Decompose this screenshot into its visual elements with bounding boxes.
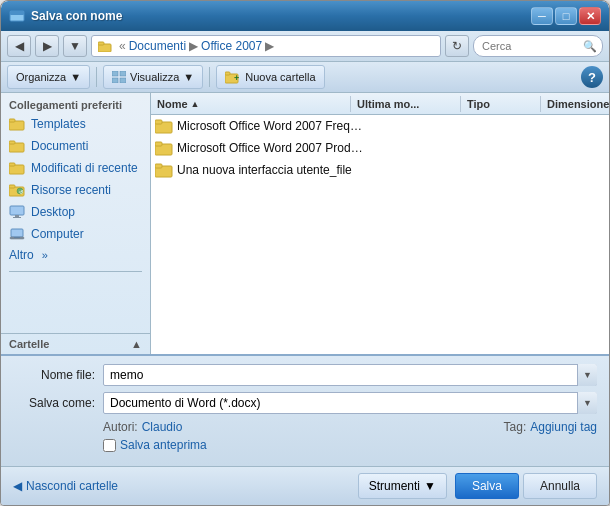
toolbar-separator-1: [96, 67, 97, 87]
folders-header[interactable]: Cartelle ▲: [1, 334, 150, 354]
breadcrumb-arrow-2: ▶: [265, 39, 274, 53]
tag-label: Tag:: [504, 420, 527, 434]
maximize-button[interactable]: □: [555, 7, 577, 25]
svg-rect-16: [9, 163, 15, 166]
refresh-button[interactable]: ↻: [445, 35, 469, 57]
svg-rect-24: [11, 229, 23, 237]
organizza-label: Organizza: [16, 71, 66, 83]
filename-label: Nome file:: [13, 368, 103, 382]
file-list: Microsoft Office Word 2007 Frequently ..…: [151, 115, 609, 354]
file-item-name-2: Microsoft Office Word 2007 Product Ov...: [177, 141, 367, 155]
svg-rect-7: [120, 78, 126, 83]
folder-icon-file3: [155, 161, 173, 179]
sidebar-item-label-computer: Computer: [31, 227, 84, 241]
folder-icon-documenti: [9, 138, 25, 154]
preview-checkbox-label[interactable]: Salva anteprima: [103, 438, 207, 452]
filetype-select[interactable]: Documento di Word (*.docx): [103, 392, 597, 414]
hide-folders-button[interactable]: ◀ Nascondi cartelle: [13, 479, 118, 493]
toolbar: Organizza ▼ Visualizza ▼ + Nuova cartell…: [1, 62, 609, 93]
sidebar-item-altro[interactable]: Altro »: [1, 245, 150, 265]
sidebar-item-recenti[interactable]: Modificati di recente: [1, 157, 150, 179]
table-row[interactable]: Microsoft Office Word 2007 Product Ov...: [151, 137, 609, 159]
filename-row: Nome file: ▼: [13, 364, 597, 386]
breadcrumb-arrow-1: ▶: [189, 39, 198, 53]
preview-label: Salva anteprima: [120, 438, 207, 452]
back-button[interactable]: ◀: [7, 35, 31, 57]
breadcrumb: « Documenti ▶ Office 2007 ▶: [91, 35, 441, 57]
svg-text:+: +: [234, 73, 239, 83]
nuova-cartella-label: Nuova cartella: [245, 71, 315, 83]
sidebar-item-label-documenti: Documenti: [31, 139, 88, 153]
cancel-button[interactable]: Annulla: [523, 473, 597, 499]
nuova-cartella-button[interactable]: + Nuova cartella: [216, 65, 324, 89]
sidebar-item-label-templates: Templates: [31, 117, 86, 131]
sidebar-item-templates[interactable]: Templates: [1, 113, 150, 135]
main-area: Collegamenti preferiti Templates: [1, 93, 609, 354]
save-dialog-window: Salva con nome ─ □ ✕ ◀ ▶ ▼ « Documenti ▶…: [0, 0, 610, 506]
svg-rect-22: [15, 215, 19, 217]
sidebar-item-label-recenti: Modificati di recente: [31, 161, 138, 175]
forward-button[interactable]: ▶: [35, 35, 59, 57]
column-header-date[interactable]: Ultima mo...: [351, 96, 461, 112]
folder-icon-recenti: [9, 160, 25, 176]
file-list-header: Nome ▲ Ultima mo... Tipo Dimensione Tag: [151, 93, 609, 115]
hide-folders-arrow-icon: ◀: [13, 479, 22, 493]
svg-rect-32: [155, 164, 162, 168]
breadcrumb-office2007[interactable]: Office 2007: [201, 39, 262, 53]
sort-icon-name: ▲: [191, 99, 200, 109]
down-button[interactable]: ▼: [63, 35, 87, 57]
filetype-label: Salva come:: [13, 396, 103, 410]
visualizza-button[interactable]: Visualizza ▼: [103, 65, 203, 89]
organizza-button[interactable]: Organizza ▼: [7, 65, 90, 89]
svg-rect-21: [10, 206, 24, 215]
folder-icon-file2: [155, 139, 173, 157]
altro-arrow-icon: »: [42, 249, 48, 261]
breadcrumb-documenti[interactable]: Documenti: [129, 39, 186, 53]
svg-rect-26: [14, 237, 20, 238]
folder-icon-file1: [155, 117, 173, 135]
grid-icon: [112, 71, 126, 83]
sidebar-item-documenti[interactable]: Documenti: [1, 135, 150, 157]
file-item-name-3: Una nuova interfaccia utente_file: [177, 163, 367, 177]
chevron-down-icon: ▼: [583, 370, 592, 380]
svg-rect-1: [10, 11, 24, 15]
strumenti-button[interactable]: Strumenti ▼: [358, 473, 447, 499]
new-folder-icon: +: [225, 70, 241, 84]
column-header-type[interactable]: Tipo: [461, 96, 541, 112]
folders-arrow-icon: ▲: [131, 338, 142, 350]
filename-dropdown-arrow[interactable]: ▼: [577, 364, 597, 386]
hide-folders-label: Nascondi cartelle: [26, 479, 118, 493]
column-header-size[interactable]: Dimensione: [541, 96, 609, 112]
bottom-panel: Nome file: ▼ Salva come: Documento di Wo…: [1, 354, 609, 466]
filename-input[interactable]: [103, 364, 597, 386]
file-list-area: Nome ▲ Ultima mo... Tipo Dimensione Tag: [151, 93, 609, 354]
save-button[interactable]: Salva: [455, 473, 519, 499]
file-item-name-1: Microsoft Office Word 2007 Frequently ..…: [177, 119, 367, 133]
help-button[interactable]: ?: [581, 66, 603, 88]
sidebar-item-label-desktop: Desktop: [31, 205, 75, 219]
strumenti-arrow-icon: ▼: [424, 479, 436, 493]
minimize-button[interactable]: ─: [531, 7, 553, 25]
svg-rect-12: [9, 119, 15, 122]
folder-icon-risorse: ↺: [9, 182, 25, 198]
action-bar: ◀ Nascondi cartelle Strumenti ▼ Salva An…: [1, 466, 609, 505]
sidebar-divider: [9, 271, 142, 272]
sidebar-section-title: Collegamenti preferiti: [1, 93, 150, 113]
tag-value[interactable]: Aggiungi tag: [530, 420, 597, 434]
svg-rect-4: [112, 71, 118, 76]
sidebar-item-computer[interactable]: Computer: [1, 223, 150, 245]
sidebar-item-desktop[interactable]: Desktop: [1, 201, 150, 223]
search-container: 🔍: [473, 35, 603, 57]
title-bar: Salva con nome ─ □ ✕: [1, 1, 609, 31]
svg-rect-14: [9, 141, 15, 144]
column-header-name[interactable]: Nome ▲: [151, 96, 351, 112]
close-button[interactable]: ✕: [579, 7, 601, 25]
organizza-arrow-icon: ▼: [70, 71, 81, 83]
table-row[interactable]: Una nuova interfaccia utente_file: [151, 159, 609, 181]
table-row[interactable]: Microsoft Office Word 2007 Frequently ..…: [151, 115, 609, 137]
preview-checkbox[interactable]: [103, 439, 116, 452]
search-icon: 🔍: [583, 40, 597, 53]
sidebar-item-risorse[interactable]: ↺ Risorse recenti: [1, 179, 150, 201]
authors-value[interactable]: Claudio: [142, 420, 183, 434]
folder-icon-templates: [9, 116, 25, 132]
